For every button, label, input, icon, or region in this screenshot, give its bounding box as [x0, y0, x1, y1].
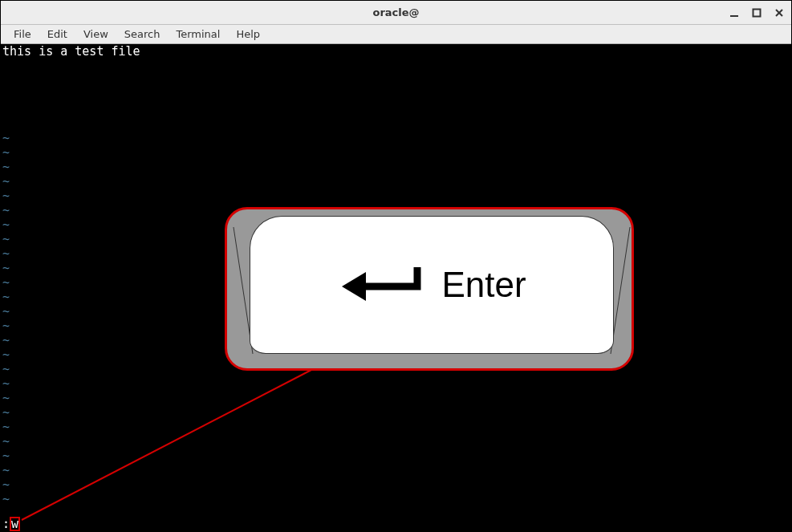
vi-tilde-line: ~: [2, 420, 791, 434]
svg-rect-1: [753, 9, 761, 16]
menu-file[interactable]: File: [6, 26, 39, 42]
vi-tilde-line: ~: [2, 391, 791, 405]
menubar: File Edit View Search Terminal Help: [1, 25, 791, 44]
vi-tilde-line: ~: [2, 232, 791, 246]
terminal-area[interactable]: this is a test file ~ ~ ~ ~ ~ ~ ~ ~ ~ ~ …: [1, 44, 791, 531]
vi-tilde-line: ~: [2, 362, 791, 376]
vi-tilde-line: ~: [2, 347, 791, 362]
menu-terminal[interactable]: Terminal: [168, 26, 228, 42]
vi-tilde-line: ~: [2, 131, 791, 145]
vi-tilde-line: ~: [2, 434, 791, 449]
vi-tilde-line: ~: [2, 405, 791, 420]
menu-view[interactable]: View: [75, 26, 116, 42]
terminal-blank-line: [2, 116, 791, 131]
vi-tilde-line: ~: [2, 304, 791, 319]
vi-tilde-line: ~: [2, 463, 791, 477]
menu-help[interactable]: Help: [228, 26, 268, 42]
vi-tilde-line: ~: [2, 160, 791, 174]
vi-tilde-line: ~: [2, 145, 791, 160]
terminal-blank-line: [2, 73, 791, 87]
vi-tilde-line: ~: [2, 492, 791, 506]
vi-tilde-line: ~: [2, 477, 791, 492]
vi-tilde-line: ~: [2, 203, 791, 217]
close-button[interactable]: [772, 6, 786, 20]
command-colon: :: [2, 517, 10, 531]
terminal-window: oracle@ File Edit View Search Terminal H…: [0, 0, 792, 532]
minimize-button[interactable]: [727, 6, 741, 20]
terminal-text-line: this is a test file: [2, 44, 791, 59]
vi-tilde-line: ~: [2, 449, 791, 463]
vi-tilde-line: ~: [2, 261, 791, 275]
vi-tilde-line: ~: [2, 174, 791, 189]
vi-tilde-line: ~: [2, 333, 791, 347]
vi-tilde-line: ~: [2, 189, 791, 203]
menu-search[interactable]: Search: [116, 26, 169, 42]
menu-edit[interactable]: Edit: [39, 26, 75, 42]
vi-tilde-line: ~: [2, 246, 791, 261]
vi-tilde-line: ~: [2, 275, 791, 290]
vi-tilde-line: ~: [2, 290, 791, 304]
vi-tilde-line: ~: [2, 217, 791, 232]
terminal-blank-line: [2, 59, 791, 73]
terminal-content: this is a test file ~ ~ ~ ~ ~ ~ ~ ~ ~ ~ …: [2, 44, 791, 506]
vi-command-line[interactable]: :w: [2, 517, 20, 531]
terminal-blank-line: [2, 87, 791, 102]
terminal-blank-line: [2, 102, 791, 116]
command-char-highlight: w: [10, 517, 20, 531]
vi-tilde-line: ~: [2, 376, 791, 391]
titlebar: oracle@: [1, 1, 791, 25]
vi-tilde-line: ~: [2, 319, 791, 333]
maximize-button[interactable]: [749, 6, 764, 20]
window-controls: [727, 1, 786, 24]
window-title: oracle@: [372, 6, 419, 18]
